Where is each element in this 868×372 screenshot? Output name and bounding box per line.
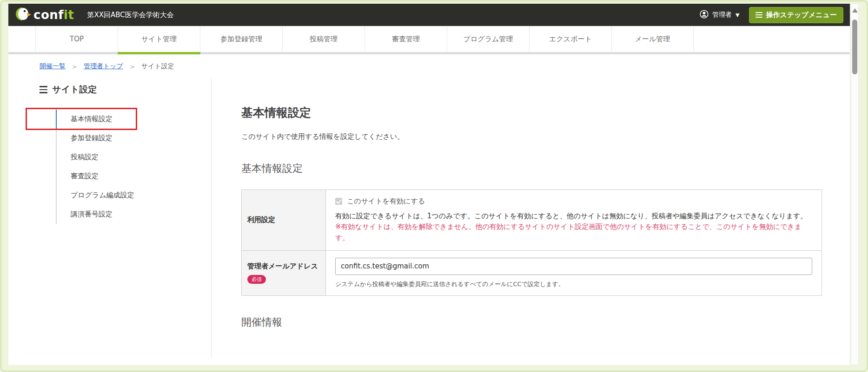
admin-email-label: 管理者メールアドレス: [247, 262, 320, 271]
page-title: 基本情報設定: [241, 105, 822, 120]
tab-export[interactable]: エクスポート: [529, 26, 611, 52]
page-description: このサイト内で使用する情報を設定してください。: [241, 132, 822, 141]
main-nav: TOP サイト管理 参加登録管理 投稿管理 審査管理 プログラム管理 エクスポー…: [8, 26, 850, 54]
scroll-up-icon[interactable]: [852, 8, 858, 13]
user-label: 管理者: [712, 11, 732, 19]
tab-program-management[interactable]: プログラム管理: [447, 26, 529, 52]
site-enable-checkbox-label: このサイトを有効にする: [347, 197, 425, 206]
chevron-right-icon: >: [72, 63, 77, 70]
sidebar-title: サイト設定: [40, 84, 211, 96]
usage-warning: ※有効なサイトは、有効を解除できません。他の有効にするサイトのサイト設定画面で他…: [335, 222, 812, 243]
section-event-info-title: 開催情報: [241, 315, 822, 329]
step-menu-label: 操作ステップメニュー: [766, 11, 837, 20]
sidebar-item-registration[interactable]: 参加登録設定: [57, 129, 211, 148]
step-menu-button[interactable]: 操作ステップメニュー: [749, 7, 843, 23]
usage-setting-label: 利用設定: [242, 190, 326, 251]
hamburger-icon: [40, 86, 47, 93]
breadcrumb-link-event-list[interactable]: 開催一覧: [40, 62, 66, 71]
sidebar-item-program[interactable]: プログラム編成設定: [57, 186, 211, 205]
table-row: 利用設定 このサイトを有効にする 有効に設定できるサイトは、1つのみです。このサ…: [242, 190, 822, 251]
user-icon: [700, 10, 709, 20]
app-header: confit 第XX回ABC医学会学術大会 管理者 ▼ 操作ステップメニュー: [8, 4, 850, 26]
usage-description: 有効に設定できるサイトは、1つのみです。このサイトを有効にすると、他のサイトは無…: [335, 211, 812, 222]
section-basic-info-title: 基本情報設定: [241, 162, 822, 176]
tab-site-management[interactable]: サイト管理: [118, 26, 200, 52]
breadcrumb-link-admin-top[interactable]: 管理者トップ: [84, 62, 123, 71]
tab-registration-management[interactable]: 参加登録管理: [200, 26, 282, 52]
tab-mail-management[interactable]: メール管理: [611, 26, 694, 52]
admin-email-helper: システムから投稿者や編集委員宛に送信されるすべてのメールにCCで設定します。: [335, 280, 812, 288]
sidebar-item-lecture-number[interactable]: 講演番号設定: [57, 205, 211, 224]
breadcrumb-current: サイト設定: [141, 62, 174, 71]
chevron-right-icon: >: [130, 63, 135, 70]
breadcrumb: 開催一覧 > 管理者トップ > サイト設定: [8, 54, 850, 78]
admin-email-input[interactable]: [335, 258, 812, 275]
caret-down-icon: ▼: [735, 12, 739, 18]
user-menu[interactable]: 管理者 ▼: [700, 10, 739, 20]
site-enable-checkbox[interactable]: [335, 198, 342, 205]
scrollbar-thumb[interactable]: [852, 20, 857, 74]
tab-submission-management[interactable]: 投稿管理: [282, 26, 364, 52]
sidebar-item-submission[interactable]: 投稿設定: [57, 148, 211, 167]
scrollbar[interactable]: [851, 4, 859, 365]
logo-text: confit: [33, 8, 74, 22]
event-title: 第XX回ABC医学会学術大会: [87, 11, 173, 20]
confit-bird-icon: [15, 7, 32, 23]
table-row: 管理者メールアドレス 必須 システムから投稿者や編集委員宛に送信されるすべてのメ…: [242, 250, 822, 295]
required-badge: 必須: [247, 275, 266, 284]
sidebar-menu: 基本情報設定 参加登録設定 投稿設定 審査設定 プログラム編成設定 講演番号設定: [56, 110, 211, 224]
main-content: 基本情報設定 このサイト内で使用する情報を設定してください。 基本情報設定 利用…: [212, 78, 850, 358]
sidebar-item-basic-info[interactable]: 基本情報設定: [57, 110, 211, 129]
menu-icon: [755, 12, 762, 18]
confit-logo[interactable]: confit: [15, 7, 74, 23]
basic-info-table: 利用設定 このサイトを有効にする 有効に設定できるサイトは、1つのみです。このサ…: [241, 189, 822, 296]
admin-page: confit 第XX回ABC医学会学術大会 管理者 ▼ 操作ステップメニュー: [8, 4, 850, 365]
tab-review-management[interactable]: 審査管理: [364, 26, 447, 52]
tab-top[interactable]: TOP: [35, 26, 118, 52]
site-settings-sidebar: サイト設定 基本情報設定 参加登録設定 投稿設定 審査設定 プログラム編成設定 …: [8, 78, 212, 358]
sidebar-item-review[interactable]: 審査設定: [57, 167, 211, 186]
